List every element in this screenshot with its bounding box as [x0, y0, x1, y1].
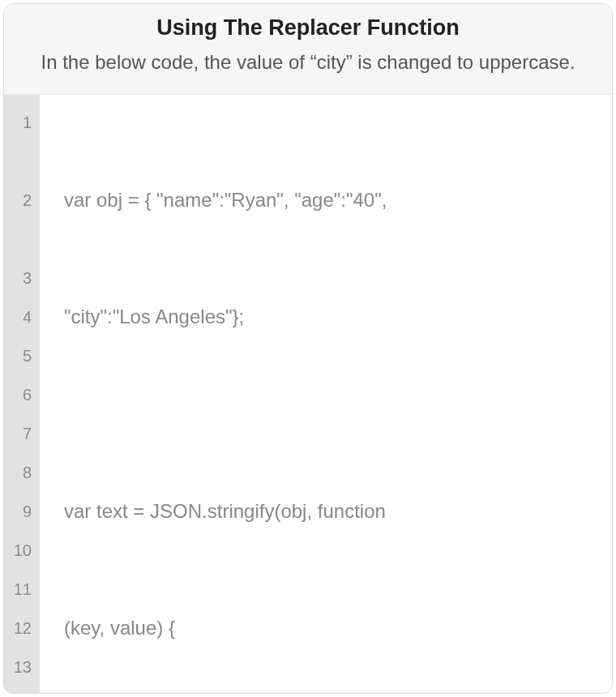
line-number: 12 — [4, 609, 40, 648]
card-description: In the below code, the value of “city” i… — [28, 47, 588, 78]
line-number: 11 — [4, 570, 40, 609]
line-number: 7 — [4, 414, 40, 453]
card-header: Using The Replacer Function In the below… — [4, 4, 612, 95]
code-line: var obj = { "name":"Ryan", "age":"40", "… — [64, 103, 601, 414]
line-number: 1 — [4, 103, 40, 142]
line-number: 10 — [4, 531, 40, 570]
line-number: 14 — [4, 686, 40, 693]
line-number: 8 — [4, 453, 40, 492]
line-number: 5 — [4, 336, 40, 375]
line-number-gutter: 1 2 3 4 5 6 7 8 9 10 11 12 13 14 — [4, 95, 40, 693]
line-number: 2 — [4, 181, 40, 220]
line-number: 9 — [4, 492, 40, 531]
card-title: Using The Replacer Function — [28, 15, 588, 41]
line-number: 4 — [4, 297, 40, 336]
line-number: 3 — [4, 259, 40, 297]
code-content: var obj = { "name":"Ryan", "age":"40", "… — [40, 95, 612, 693]
code-example-card: Using The Replacer Function In the below… — [3, 3, 613, 694]
code-line: var text = JSON.stringify(obj, function … — [64, 414, 601, 693]
code-area: 1 2 3 4 5 6 7 8 9 10 11 12 13 14 var obj… — [4, 95, 612, 693]
line-number: 13 — [4, 648, 40, 686]
line-number: 6 — [4, 375, 40, 414]
